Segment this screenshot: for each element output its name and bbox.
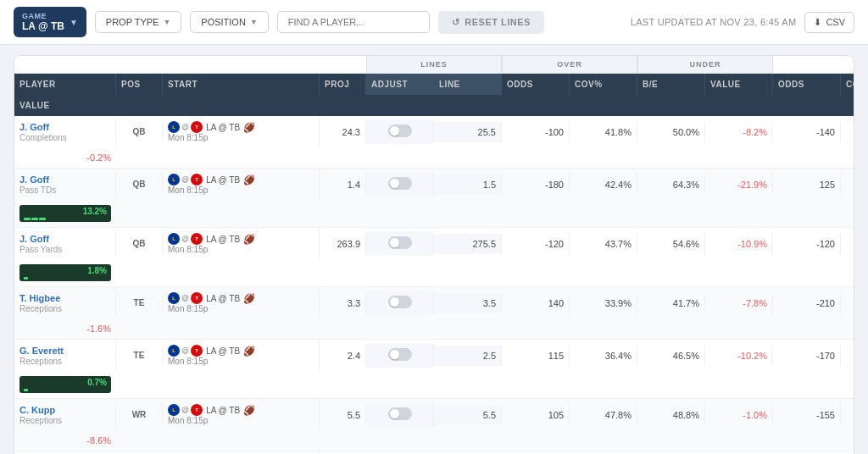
over-value-cell: -10.2% <box>705 346 773 366</box>
gh-over-section: OVER <box>502 56 637 73</box>
under-cov-cell: 63.6% <box>841 346 854 366</box>
toggle-switch[interactable] <box>388 125 412 137</box>
col-over-be: B/E <box>637 74 705 95</box>
over-value-cell: -1.0% <box>705 405 773 425</box>
over-cov-cell: 42.4% <box>570 174 637 195</box>
under-cov-cell: 57.6% <box>841 174 854 195</box>
over-be-cell: 64.3% <box>637 174 705 195</box>
toggle-switch[interactable] <box>388 177 412 190</box>
adjust-cell[interactable] <box>366 343 434 368</box>
adjust-cell[interactable] <box>366 119 434 144</box>
under-value-cell: 1.8% <box>14 259 116 286</box>
under-cov-cell: 58.2% <box>841 122 854 142</box>
toggle-switch[interactable] <box>388 236 412 249</box>
player-link[interactable]: T. Higbee <box>19 293 110 303</box>
column-header-row: PLAYER POS START PROJ ADJUST LINE ODDS C… <box>14 74 854 116</box>
player-sub: Receptions <box>19 416 62 425</box>
col-under-odds: ODDS <box>773 74 841 95</box>
prop-type-filter[interactable]: PROP TYPE ▼ <box>95 11 181 33</box>
over-odds-cell: -120 <box>502 234 570 254</box>
toggle-switch[interactable] <box>388 407 412 420</box>
player-sub: Completions <box>19 133 67 142</box>
line-cell: 2.5 <box>434 346 502 366</box>
proj-cell: 5.5 <box>320 405 366 425</box>
gh-lines-section: LINES <box>366 56 502 73</box>
over-odds-cell: -180 <box>502 174 570 195</box>
csv-icon: ⬇ <box>814 17 821 28</box>
start-cell: L @ T LA @ TB 🏈 Mon 8:15p <box>163 399 320 430</box>
under-value-cell: -8.6% <box>14 430 116 451</box>
pos-cell: QB <box>116 122 163 141</box>
player-sub: Receptions <box>19 304 62 313</box>
top-bar: GAME LA @ TB ▼ PROP TYPE ▼ POSITION ▼ ↺ … <box>0 0 868 45</box>
col-over-odds: ODDS <box>502 74 570 95</box>
game-selector[interactable]: GAME LA @ TB ▼ <box>14 7 86 37</box>
under-odds-cell: -120 <box>773 234 841 254</box>
football-icon: 🏈 <box>243 234 255 245</box>
start-cell: L @ T LA @ TB 🏈 Mon 8:15p <box>163 340 320 371</box>
over-odds-cell: -100 <box>502 122 570 142</box>
player-link[interactable]: J. Goff <box>19 234 110 244</box>
adjust-cell[interactable] <box>366 291 434 315</box>
reset-lines-label: RESET LINES <box>465 17 531 27</box>
football-icon: 🏈 <box>243 122 255 133</box>
over-cov-cell: 47.8% <box>570 405 637 425</box>
player-link[interactable]: J. Goff <box>19 174 110 185</box>
prop-type-label: PROP TYPE <box>106 17 159 27</box>
reset-lines-button[interactable]: ↺ RESET LINES <box>438 11 544 34</box>
player-name-cell: C. Kupp Receptions <box>14 401 116 429</box>
tb-logo: T <box>191 345 203 357</box>
player-link[interactable]: G. Everett <box>19 346 110 356</box>
line-cell: 1.5 <box>434 174 502 195</box>
game-teams: LA @ TB <box>22 20 64 32</box>
col-over-value: VALUE <box>705 74 773 95</box>
over-value-cell: -21.9% <box>705 174 773 195</box>
gh-player-empty <box>14 56 116 73</box>
col-pos: POS <box>116 74 163 95</box>
chevron-down-icon: ▼ <box>163 18 170 26</box>
line-cell: 3.5 <box>434 293 502 313</box>
game-label: GAME <box>22 12 64 20</box>
col-adjust: ADJUST <box>366 74 434 95</box>
over-cov-cell: 41.8% <box>570 122 637 142</box>
tb-logo: T <box>191 292 203 304</box>
group-header-row: LINES OVER UNDER <box>14 56 854 74</box>
toggle-switch[interactable] <box>388 348 412 361</box>
player-name-cell: J. Goff Pass Yards <box>14 230 116 257</box>
over-cov-cell: 33.9% <box>570 293 637 313</box>
over-odds-cell: 115 <box>502 346 570 366</box>
la-logo: L <box>168 404 180 416</box>
table-body: J. Goff Completions QB L @ T LA @ TB 🏈 M… <box>14 116 854 454</box>
start-cell: L @ T LA @ TB 🏈 Mon 8:15p <box>163 228 320 259</box>
gh-proj-empty <box>320 56 366 73</box>
adjust-cell[interactable] <box>366 231 434 256</box>
under-cov-cell: 66.1% <box>841 293 854 313</box>
under-value-cell: 13.2% <box>14 200 116 227</box>
over-value-cell: -8.2% <box>705 122 773 142</box>
under-value-cell: 0.7% <box>14 371 116 398</box>
under-cov-cell: 52.2% <box>841 405 854 425</box>
player-name-cell: T. Higbee Receptions <box>14 290 116 317</box>
adjust-cell[interactable] <box>366 172 434 197</box>
table-row: J. Goff Pass TDs QB L @ T LA @ TB 🏈 Mon … <box>14 169 854 228</box>
toggle-switch[interactable] <box>388 296 412 308</box>
over-cov-cell: 43.7% <box>570 234 637 254</box>
chevron-down-icon: ▼ <box>250 18 258 26</box>
player-link[interactable]: J. Goff <box>19 122 110 132</box>
player-search-input[interactable] <box>277 11 430 33</box>
csv-export-button[interactable]: ⬇ CSV <box>804 12 854 33</box>
line-cell: 275.5 <box>434 234 502 254</box>
position-filter[interactable]: POSITION ▼ <box>190 11 268 33</box>
tb-logo: T <box>191 174 203 185</box>
adjust-cell[interactable] <box>366 402 434 427</box>
over-cov-cell: 36.4% <box>570 346 637 366</box>
tb-logo: T <box>191 233 203 245</box>
under-cov-cell: 56.3% <box>841 234 854 254</box>
player-link[interactable]: C. Kupp <box>19 405 110 415</box>
over-be-cell: 46.5% <box>637 346 705 366</box>
line-cell: 25.5 <box>434 122 502 142</box>
col-player: PLAYER <box>14 74 116 95</box>
proj-cell: 2.4 <box>320 346 366 366</box>
under-odds-cell: -140 <box>773 122 841 142</box>
col-over-cov: COV% <box>570 74 637 95</box>
